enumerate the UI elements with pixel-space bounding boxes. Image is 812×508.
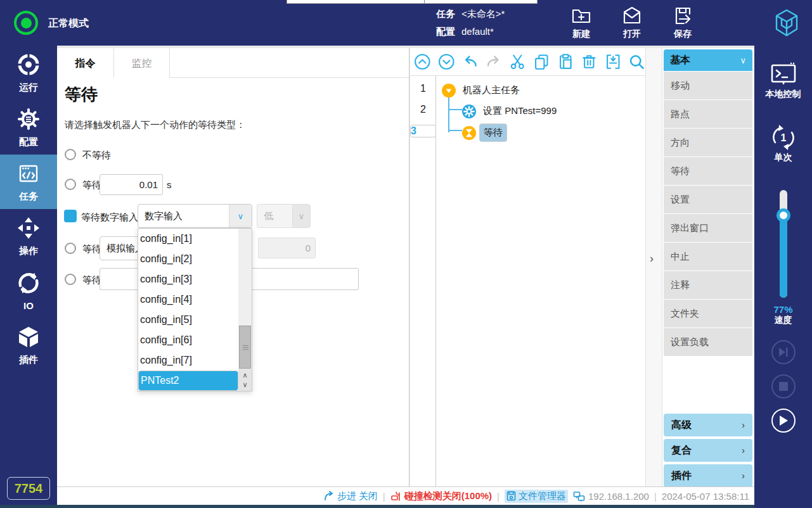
mode-indicator[interactable] [14, 11, 38, 35]
cmd-abort[interactable]: 中止 [664, 243, 752, 270]
speed-slider-knob[interactable] [777, 208, 790, 222]
group-advanced[interactable]: 高级› [664, 414, 752, 436]
sidebar-item-config[interactable]: 配置 [0, 100, 57, 155]
cmd-set-payload[interactable]: 设置负载 [664, 328, 752, 356]
delete-icon[interactable] [581, 53, 598, 70]
cmd-move[interactable]: 移动 [664, 72, 752, 99]
radio-wait-digital[interactable] [64, 210, 77, 222]
code-badge: 7754 [7, 477, 50, 500]
tree-row-wait[interactable]: 等待 [462, 124, 507, 142]
tab-instruction[interactable]: 指令 [57, 48, 114, 78]
undo-icon[interactable] [461, 53, 479, 70]
group-plugin[interactable]: 插件› [664, 464, 752, 487]
collision-text: 碰撞检测关闭(100%) [404, 490, 492, 502]
desktop-edge [0, 505, 754, 508]
scrollbar-thumb[interactable] [239, 326, 251, 369]
dropdown-option[interactable]: config_in[1] [138, 229, 238, 249]
new-task-button[interactable]: 新建 [559, 5, 603, 40]
line-number: 1 [410, 83, 436, 94]
dropdown-scroll-buttons[interactable]: ∧∨ [238, 369, 252, 391]
cmd-comment[interactable]: 注释 [664, 271, 752, 299]
scroll-up-icon[interactable]: ∧ [242, 371, 247, 380]
mode-indicator-dot [21, 18, 32, 29]
step-mode-chip[interactable]: 步进 关闭 [324, 490, 378, 502]
speed-slider-track[interactable] [780, 190, 787, 298]
save-task-button[interactable]: 保存 [661, 5, 705, 40]
mode-label: 正常模式 [48, 17, 89, 30]
cmd-folder[interactable]: 文件夹 [664, 300, 752, 327]
cmd-waypoint[interactable]: 路点 [664, 100, 752, 128]
collision-chip[interactable]: 碰撞检测关闭(100%) [390, 490, 492, 502]
open-icon [610, 5, 654, 27]
open-task-button[interactable]: 打开 [610, 5, 654, 40]
step-mode-text: 步进 关闭 [337, 490, 378, 502]
copy-icon[interactable] [533, 53, 550, 70]
save-icon [661, 5, 705, 27]
dropdown-scrollbar[interactable] [238, 229, 252, 391]
level-select[interactable]: 低 ∨ [257, 204, 311, 228]
tree-row-main-task[interactable]: 机器人主任务 [442, 82, 524, 99]
dropdown-option-selected[interactable]: PNTest2 [138, 371, 238, 391]
dropdown-option[interactable]: config_in[6] [138, 330, 238, 350]
cmd-wait[interactable]: 等待 [664, 157, 752, 185]
dropdown-option[interactable]: config_in[2] [138, 249, 238, 269]
sidebar-item-run[interactable]: 运行 [0, 46, 57, 100]
radio-wait-analog[interactable] [65, 243, 76, 254]
scroll-down-icon[interactable]: ∨ [242, 380, 247, 390]
radio-no-wait[interactable] [65, 149, 76, 160]
sidebar-item-plugin[interactable]: 插件 [0, 318, 57, 372]
sidebar-item-task[interactable]: 任务 [0, 155, 57, 209]
chevron-down-icon: ∨ [292, 205, 310, 227]
cmd-set[interactable]: 设置 [664, 186, 752, 213]
cmd-popup[interactable]: 弹出窗口 [664, 214, 752, 242]
expand-node-icon[interactable] [442, 84, 456, 98]
group-basic-header[interactable]: 基本 ∨ [664, 49, 752, 71]
speed-label: 速度 [754, 315, 812, 326]
move-down-icon[interactable] [438, 53, 455, 70]
cmd-direction[interactable]: 方向 [664, 129, 752, 156]
sidebar-item-io-label: IO [23, 300, 34, 311]
terminal-icon [770, 62, 797, 87]
io-cycle-icon [16, 271, 41, 298]
ip-address: 192.168.1.200 [588, 491, 649, 502]
cut-icon[interactable] [509, 53, 526, 70]
radio-wait-expression[interactable] [65, 274, 76, 285]
radio-wait-time[interactable] [65, 179, 76, 190]
dropdown-option[interactable]: config_in[7] [138, 350, 238, 371]
single-cycle-button[interactable]: 1 [770, 123, 797, 155]
save-task-label: 保存 [661, 29, 705, 40]
gear-icon [16, 107, 41, 134]
sidebar-item-io[interactable]: IO [0, 264, 57, 318]
group-composite[interactable]: 复合› [664, 439, 752, 462]
step-forward-button[interactable] [771, 340, 796, 364]
stop-button[interactable] [771, 374, 796, 398]
analog-threshold-input[interactable]: 0 [258, 238, 316, 258]
dropdown-option[interactable]: config_in[3] [138, 269, 238, 289]
collapse-icon[interactable] [605, 53, 622, 70]
move-up-icon[interactable] [414, 53, 431, 70]
cube-icon [16, 325, 41, 352]
expand-panel-chevron[interactable]: › [650, 252, 654, 265]
file-manager-chip[interactable]: 文件管理器 [505, 490, 568, 503]
wait-time-input[interactable]: 0.01 [100, 174, 163, 195]
paste-icon[interactable] [557, 53, 574, 70]
overlapping-window-edge [287, 0, 538, 4]
new-task-label: 新建 [559, 29, 603, 40]
redo-icon[interactable] [486, 53, 503, 70]
search-icon[interactable] [628, 53, 645, 70]
run-icon [16, 53, 41, 79]
sidebar-item-operate[interactable]: 操作 [0, 209, 57, 264]
tree-row-set[interactable]: 设置 PNTest=999 [462, 103, 560, 120]
speed-value: 77% [754, 304, 812, 315]
play-button[interactable] [771, 409, 796, 433]
tab-monitor[interactable]: 监控 [114, 48, 170, 78]
dropdown-option[interactable]: config_in[5] [138, 310, 238, 330]
task-label: 任务 [436, 8, 455, 19]
run-control-sidebar: 本地控制 1 单次 77% 速度 [754, 46, 812, 508]
digital-input-select[interactable]: 数字输入 ∨ [138, 204, 252, 228]
page-subtitle: 请选择触发机器人下一个动作的等待类型： [65, 119, 245, 131]
dropdown-option[interactable]: config_in[4] [138, 289, 238, 310]
tree-toolbar [410, 48, 645, 76]
sidebar-item-run-label: 运行 [19, 82, 38, 94]
local-control-button[interactable] [770, 62, 797, 90]
